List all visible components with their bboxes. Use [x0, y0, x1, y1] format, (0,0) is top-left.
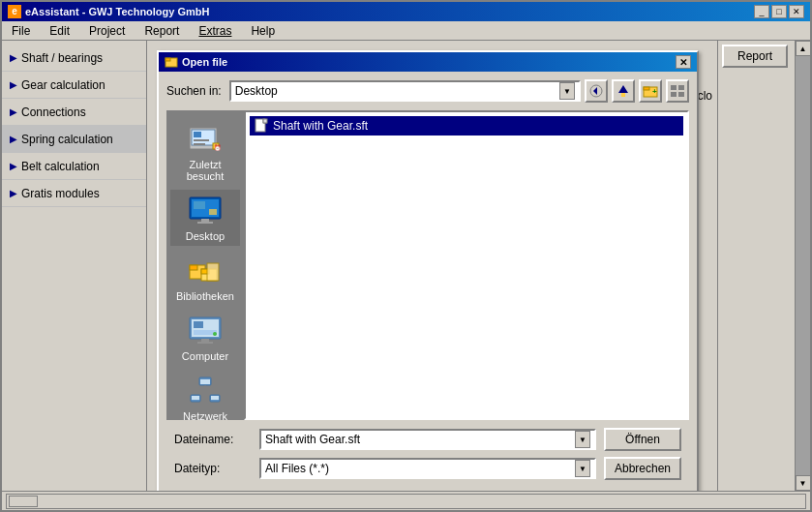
svg-rect-33: [201, 339, 209, 342]
sidebar-item-shaft[interactable]: ▶ Shaft / bearings: [2, 45, 146, 72]
menu-file[interactable]: File: [6, 22, 36, 40]
dialog-title: Open file: [182, 56, 227, 68]
dialog-main: ⏰ Zuletzt besucht: [166, 110, 689, 420]
bottom-scrollbar[interactable]: [6, 494, 806, 509]
svg-rect-23: [197, 222, 213, 224]
up-button[interactable]: [612, 79, 635, 103]
network-label: Netzwerk: [183, 410, 227, 422]
file-dialog: Open file ✕ Suchen in: Desktop ▼: [157, 50, 699, 491]
menu-project[interactable]: Project: [83, 22, 131, 40]
title-controls: _ □ ✕: [754, 5, 804, 18]
menu-extras[interactable]: Extras: [193, 22, 237, 40]
arrow-icon: ▶: [10, 52, 17, 63]
search-label: Suchen in:: [166, 84, 222, 98]
svg-rect-22: [201, 219, 209, 222]
arrow-icon: ▶: [10, 188, 17, 198]
svg-rect-24: [194, 201, 205, 209]
recent-label: Zuletzt besucht: [174, 159, 236, 182]
filetype-row: Dateityp: All Files (*.*) ▼ Abbrechen: [174, 457, 681, 480]
desktop-label: Desktop: [186, 230, 225, 242]
svg-rect-27: [190, 265, 197, 270]
svg-rect-17: [194, 143, 205, 145]
library-label: Bibliotheken: [176, 290, 234, 302]
arrow-icon: ▶: [10, 79, 17, 90]
computer-icon: [186, 314, 225, 348]
filename-row: Dateiname: Shaft with Gear.sft ▼ Öffnen: [174, 428, 681, 451]
right-scrollbar: ▲ ▼: [795, 41, 810, 491]
svg-rect-7: [644, 87, 649, 90]
close-button[interactable]: ✕: [789, 5, 804, 18]
file-list-area[interactable]: Shaft with Gear.sft: [244, 110, 689, 420]
sidebar-item-gratis[interactable]: ▶ Gratis modules: [2, 180, 146, 207]
maximize-button[interactable]: □: [771, 5, 787, 18]
recent-icon: ⏰: [186, 122, 225, 157]
svg-line-41: [195, 391, 205, 395]
network-icon: [186, 374, 225, 408]
quick-network[interactable]: Netzwerk: [170, 370, 240, 426]
svg-rect-15: [194, 132, 201, 137]
arrow-icon: ▶: [10, 161, 17, 171]
new-folder-button[interactable]: +: [639, 79, 662, 103]
window-title: eAssistant - GWJ Technology GmbH: [25, 6, 210, 17]
menu-report[interactable]: Report: [138, 22, 185, 40]
quick-library[interactable]: Bibliotheken: [170, 250, 240, 306]
svg-rect-5: [621, 93, 625, 97]
menu-edit[interactable]: Edit: [44, 22, 75, 40]
dialog-title-bar: Open file ✕: [159, 52, 697, 72]
quick-recent[interactable]: ⏰ Zuletzt besucht: [170, 118, 240, 186]
view-button[interactable]: [666, 79, 689, 103]
svg-rect-44: [192, 396, 199, 400]
svg-marker-4: [618, 85, 628, 93]
computer-label: Computer: [182, 350, 228, 362]
filename-value: Shaft with Gear.sft: [265, 433, 360, 446]
open-button[interactable]: Öffnen: [604, 428, 681, 451]
arrow-icon: ▶: [10, 106, 17, 117]
svg-text:⏰: ⏰: [214, 144, 222, 152]
menu-bar: File Edit Project Report Extras Help: [2, 21, 810, 41]
filetype-label: Dateityp:: [174, 462, 252, 475]
quick-desktop[interactable]: Desktop: [170, 190, 240, 246]
bottom-bar: [2, 491, 810, 510]
sidebar-item-gear[interactable]: ▶ Gear calculation: [2, 72, 146, 99]
svg-rect-30: [207, 263, 219, 281]
dialog-title-text: Open file: [165, 55, 227, 69]
location-combo[interactable]: Desktop ▼: [229, 80, 581, 102]
scroll-thumb[interactable]: [9, 496, 38, 507]
quick-computer[interactable]: Computer: [170, 310, 240, 366]
svg-rect-9: [671, 85, 677, 90]
cancel-button[interactable]: Abbrechen: [604, 457, 681, 480]
dialog-close-button[interactable]: ✕: [676, 55, 691, 69]
svg-rect-34: [197, 342, 213, 344]
filetype-value: All Files (*.*): [265, 462, 329, 475]
title-bar: e eAssistant - GWJ Technology GmbH _ □ ✕: [2, 2, 810, 21]
svg-rect-11: [671, 92, 677, 97]
back-button[interactable]: [585, 79, 608, 103]
sidebar-item-spring[interactable]: ▶ Spring calculation: [2, 126, 146, 153]
filetype-dropdown-arrow[interactable]: ▼: [575, 460, 590, 477]
svg-rect-49: [263, 119, 267, 123]
svg-rect-39: [200, 379, 210, 384]
scroll-track[interactable]: [796, 56, 811, 475]
dialog-bottom: Dateiname: Shaft with Gear.sft ▼ Öffnen …: [166, 420, 689, 488]
scroll-down-button[interactable]: ▼: [796, 475, 811, 491]
svg-rect-25: [209, 209, 217, 215]
title-bar-left: e eAssistant - GWJ Technology GmbH: [8, 5, 210, 18]
menu-help[interactable]: Help: [245, 22, 281, 40]
sidebar-label-connections: Connections: [21, 105, 86, 119]
report-button[interactable]: Report: [722, 45, 788, 68]
sidebar-item-connections[interactable]: ▶ Connections: [2, 99, 146, 126]
minimize-button[interactable]: _: [754, 5, 769, 18]
sidebar-label-spring: Spring calculation: [21, 133, 113, 146]
file-icon: [254, 118, 269, 134]
app-icon: e: [8, 5, 21, 18]
filename-dropdown-arrow[interactable]: ▼: [575, 431, 590, 448]
filename-input[interactable]: Shaft with Gear.sft ▼: [259, 429, 596, 450]
location-value: Desktop: [235, 84, 278, 98]
filetype-input[interactable]: All Files (*.*) ▼: [259, 458, 596, 479]
sidebar-label-gratis: Gratis modules: [21, 187, 100, 200]
svg-rect-1: [165, 58, 170, 61]
combo-dropdown-arrow[interactable]: ▼: [559, 82, 575, 100]
sidebar-item-belt[interactable]: ▶ Belt calculation: [2, 153, 146, 180]
scroll-up-button[interactable]: ▲: [796, 41, 811, 56]
file-item[interactable]: Shaft with Gear.sft: [250, 116, 683, 136]
